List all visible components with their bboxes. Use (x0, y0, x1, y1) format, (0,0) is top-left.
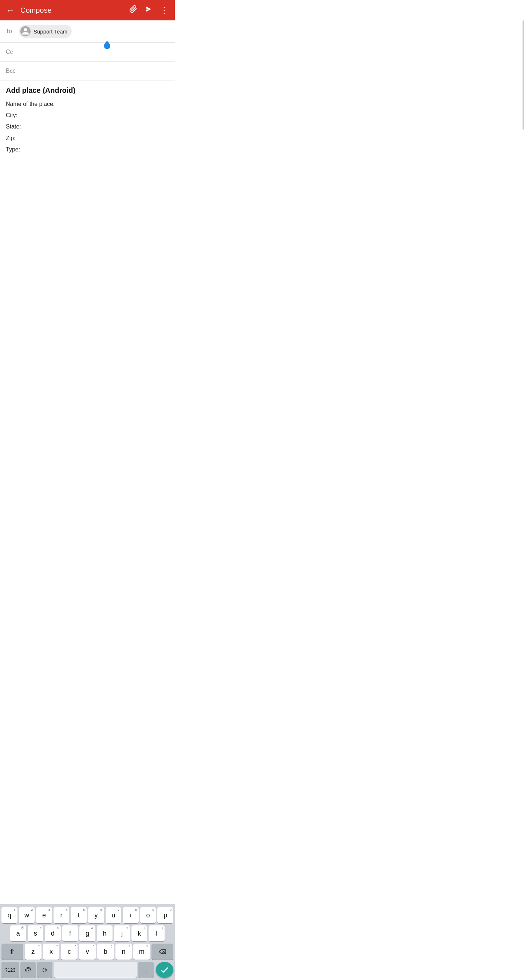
page-title: Compose (21, 6, 129, 14)
bcc-label: Bcc (6, 68, 19, 74)
back-button[interactable]: ← (6, 5, 14, 15)
send-icon[interactable] (145, 5, 153, 15)
compose-body[interactable]: Add place (Android) Name of the place: C… (0, 80, 175, 159)
body-line-1: Name of the place: (6, 99, 169, 109)
body-line-4: Zip: (6, 133, 169, 143)
body-line-2: City: (6, 110, 169, 120)
svg-marker-0 (146, 6, 151, 12)
avatar (21, 26, 30, 37)
top-bar: ← Compose ⋮ (0, 0, 175, 21)
recipient-chip[interactable]: Support Team (19, 25, 72, 38)
to-label: To (6, 28, 19, 35)
body-line-3: State: (6, 122, 169, 131)
cursor-drop (104, 41, 110, 49)
cc-row[interactable]: Cc (0, 43, 175, 62)
attach-icon[interactable] (129, 5, 137, 15)
header-icons: ⋮ (129, 5, 169, 15)
cc-label: Cc (6, 49, 19, 55)
subject-line: Add place (Android) (6, 86, 169, 95)
body-field[interactable]: Name of the place: City: State: Zip: Typ… (6, 99, 169, 154)
body-line-5: Type: (6, 145, 169, 154)
to-row: To Support Team (0, 21, 175, 43)
bcc-row[interactable]: Bcc (0, 62, 175, 80)
recipient-name: Support Team (33, 29, 67, 35)
more-icon[interactable]: ⋮ (160, 5, 169, 15)
